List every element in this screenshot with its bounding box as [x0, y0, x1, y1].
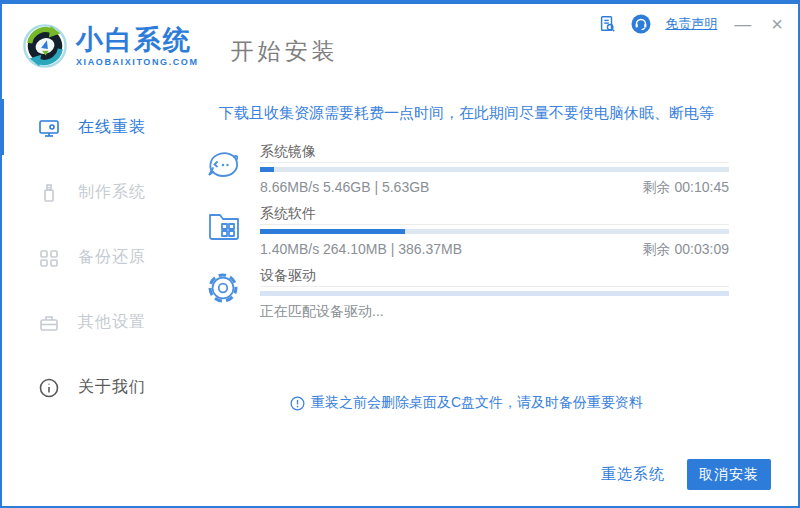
header: 小白系统 XIAOBAIXITONG.COM 开始安装	[2, 4, 798, 88]
footer: 重选系统 取消安装	[601, 459, 771, 490]
minimize-button[interactable]: —	[731, 16, 754, 33]
download-notice: 下载且收集资源需要耗费一点时间，在此期间尽量不要使电脑休眠、断电等	[204, 104, 729, 123]
task-device-drivers: 设备驱动 正在匹配设备驱动...	[204, 267, 729, 320]
sidebar-item-label: 制作系统	[78, 182, 146, 203]
task-remaining-time: 剩余 00:03:09	[643, 240, 729, 258]
progress-bar-system-software	[260, 229, 729, 234]
sidebar-item-label: 其他设置	[78, 312, 146, 333]
task-remaining-time: 剩余 00:10:45	[643, 178, 729, 196]
header-controls: 免责声明 — ×	[597, 12, 786, 36]
backup-restore-icon	[38, 247, 60, 269]
task-name: 系统软件	[260, 205, 729, 225]
page-title: 开始安装	[231, 36, 339, 67]
task-speed-size: 8.66MB/s 5.46GB | 5.63GB	[260, 178, 429, 196]
backup-warning-text: 重装之前会删除桌面及C盘文件，请及时备份重要资料	[311, 394, 643, 412]
progress-bar-device-drivers	[260, 291, 729, 296]
task-system-image: 系统镜像 8.66MB/s 5.46GB | 5.63GB 剩余 00:10:4…	[204, 143, 729, 196]
backup-warning: 重装之前会删除桌面及C盘文件，请及时备份重要资料	[204, 394, 729, 412]
body: 在线重装 制作系统	[2, 88, 798, 508]
close-button[interactable]: ×	[768, 16, 786, 33]
sidebar-item-label: 关于我们	[78, 377, 146, 398]
sidebar-item-label: 备份还原	[78, 247, 146, 268]
app-logo-icon	[22, 23, 68, 69]
progress-fill	[260, 167, 274, 172]
task-matching-status: 正在匹配设备驱动...	[260, 302, 384, 320]
toolbox-icon	[38, 312, 60, 334]
brand: 小白系统 XIAOBAIXITONG.COM	[22, 23, 199, 69]
sidebar-item-make-system[interactable]: 制作系统	[2, 160, 200, 225]
brand-domain: XIAOBAIXITONG.COM	[76, 57, 199, 67]
folder-apps-icon	[204, 205, 260, 258]
sidebar-item-other-settings[interactable]: 其他设置	[2, 290, 200, 355]
app-window: 小白系统 XIAOBAIXITONG.COM 开始安装	[0, 0, 800, 508]
usb-drive-icon	[38, 182, 60, 204]
brand-text: 小白系统 XIAOBAIXITONG.COM	[76, 26, 199, 67]
sidebar-item-online-reinstall[interactable]: 在线重装	[2, 95, 200, 160]
sidebar-item-backup-restore[interactable]: 备份还原	[2, 225, 200, 290]
task-list: 系统镜像 8.66MB/s 5.46GB | 5.63GB 剩余 00:10:4…	[204, 143, 729, 320]
task-name: 系统镜像	[260, 143, 729, 163]
progress-bar-system-image	[260, 167, 729, 172]
gear-icon	[204, 267, 260, 320]
sidebar: 在线重装 制作系统	[2, 88, 200, 508]
reselect-system-button[interactable]: 重选系统	[601, 465, 665, 484]
monitor-reinstall-icon	[38, 117, 60, 139]
sidebar-item-about-us[interactable]: 关于我们	[2, 355, 200, 420]
main-content: 下载且收集资源需要耗费一点时间，在此期间尽量不要使电脑休眠、断电等	[200, 88, 798, 508]
brand-name: 小白系统	[76, 26, 199, 54]
disclaimer-doc-icon[interactable]	[597, 14, 617, 34]
support-headset-icon[interactable]	[631, 14, 651, 34]
info-icon	[38, 377, 60, 399]
task-speed-size: 1.40MB/s 264.10MB | 386.37MB	[260, 240, 462, 258]
warning-circle-icon	[290, 396, 305, 411]
disclaimer-link[interactable]: 免责声明	[665, 15, 717, 33]
cancel-install-button[interactable]: 取消安装	[687, 459, 771, 490]
progress-fill	[260, 229, 405, 234]
sidebar-item-label: 在线重装	[78, 117, 146, 138]
task-system-software: 系统软件 1.40MB/s 264.10MB | 386.37MB 剩余 00:…	[204, 205, 729, 258]
task-name: 设备驱动	[260, 267, 729, 287]
mascot-face-icon	[204, 143, 260, 196]
